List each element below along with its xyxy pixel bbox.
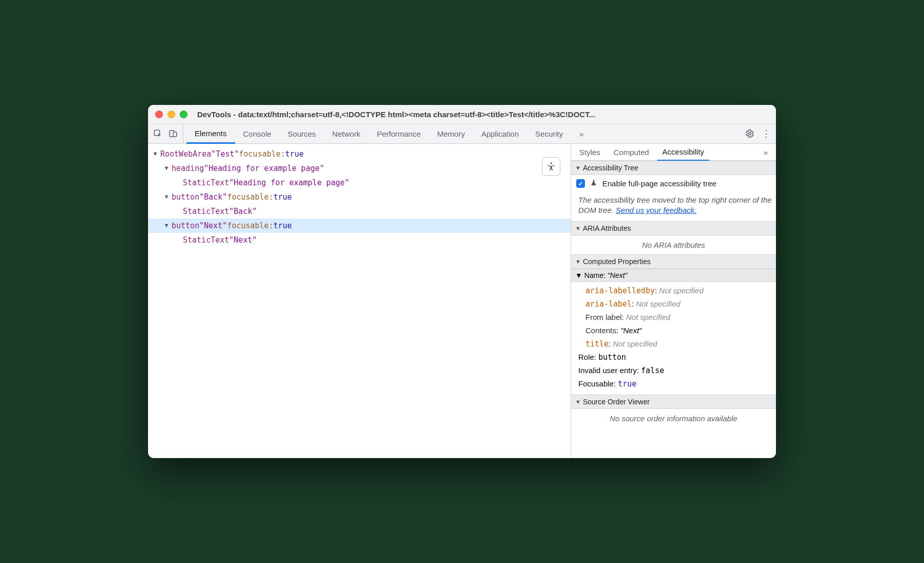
property-value: Not specified [626, 313, 670, 321]
tree-str: "Back" [229, 204, 257, 219]
disclosure-triangle-icon[interactable]: ▼ [152, 147, 158, 161]
computed-property-row: From label: Not specified [575, 311, 772, 324]
feedback-link[interactable]: Send us your feedback. [616, 206, 697, 214]
svg-point-4 [550, 163, 552, 164]
more-options-icon[interactable]: ⋮ [762, 129, 771, 138]
tree-role: heading [172, 161, 204, 176]
tree-row[interactable]: ▼button "Back" focusable: true [148, 190, 571, 204]
property-key: From label [585, 313, 622, 321]
minimize-window-button[interactable] [167, 111, 175, 118]
close-window-button[interactable] [155, 111, 163, 118]
property-key: Invalid user entry: [578, 366, 641, 375]
tree-role: StaticText [183, 233, 229, 247]
sidebar-tab-computed[interactable]: Computed [608, 144, 654, 160]
computed-property-row: Invalid user entry: false [575, 364, 772, 377]
tree-row[interactable]: ▼RootWebArea "Test" focusable: true [148, 147, 571, 161]
tree-str: "Test" [211, 147, 239, 161]
property-value: Not specified [636, 299, 681, 308]
tree-str: "Back" [199, 190, 227, 204]
property-value: button [598, 353, 626, 362]
property-key: Focusable: [578, 379, 618, 388]
devtools-window: DevTools - data:text/html;charset=utf-8,… [148, 105, 776, 458]
tree-row[interactable]: ▼heading "Heading for example page" [148, 161, 571, 176]
tab-sources[interactable]: Sources [280, 124, 324, 143]
tree-row[interactable]: ▼button "Next" focusable: true [148, 219, 571, 233]
window-title: DevTools - data:text/html;charset=utf-8,… [197, 110, 769, 119]
property-key: Role: [578, 353, 598, 361]
sidebar-tab-styles[interactable]: Styles [574, 144, 605, 160]
sidebar-tabs-overflow[interactable]: » [759, 144, 773, 160]
computed-property-row: Focusable: true [575, 377, 772, 391]
tree-val: true [274, 219, 292, 233]
panel-tabs: Elements Console Sources Network Perform… [186, 124, 592, 143]
tree-str: "Heading for example page" [229, 176, 349, 190]
tree-row[interactable]: StaticText "Back" [148, 204, 571, 219]
tree-str: "Next" [229, 233, 257, 247]
computed-property-row: Contents: "Next" [575, 324, 772, 337]
disclosure-triangle-icon[interactable]: ▼ [163, 190, 170, 204]
disclosure-triangle-icon[interactable]: ▼ [163, 219, 170, 233]
no-aria-message: No ARIA attributes [571, 235, 776, 254]
tab-security[interactable]: Security [527, 124, 571, 143]
tree-attr: focusable: [239, 147, 285, 161]
property-value: Not specified [613, 339, 658, 348]
sidebar-tab-accessibility[interactable]: Accessibility [657, 144, 709, 161]
computed-properties-list: aria-labelledby: Not specifiedaria-label… [571, 282, 776, 395]
svg-rect-2 [173, 132, 177, 137]
disclosure-triangle-icon: ▼ [575, 399, 581, 405]
computed-property-row: title: Not specified [575, 337, 772, 351]
property-key: aria-labelledby [585, 286, 655, 295]
zoom-window-button[interactable] [180, 111, 187, 118]
tree-role: button [172, 190, 199, 204]
tree-row[interactable]: StaticText "Heading for example page" [148, 176, 571, 190]
settings-gear-icon[interactable] [745, 129, 754, 138]
disclosure-triangle-icon: ▼ [575, 165, 581, 171]
computed-property-row: Role: button [575, 351, 772, 364]
tab-performance[interactable]: Performance [369, 124, 429, 143]
property-value: Not specified [659, 286, 704, 295]
tree-val: true [274, 190, 292, 204]
property-value: true [618, 379, 637, 388]
tree-row[interactable]: StaticText "Next" [148, 233, 571, 247]
tree-role: StaticText [183, 176, 229, 190]
tab-console[interactable]: Console [235, 124, 280, 143]
tree-role: button [172, 219, 199, 233]
tabs-overflow[interactable]: » [571, 124, 592, 143]
experiment-flask-icon [590, 179, 597, 188]
tab-application[interactable]: Application [473, 124, 527, 143]
section-computed-properties[interactable]: ▼ Computed Properties [571, 254, 776, 269]
tree-role: StaticText [183, 204, 229, 219]
property-key: aria-label [585, 299, 632, 309]
svg-point-3 [749, 133, 751, 135]
disclosure-triangle-icon[interactable]: ▼ [163, 161, 170, 176]
computed-property-row: aria-label: Not specified [575, 297, 772, 311]
disclosure-triangle-icon: ▼ [575, 225, 581, 231]
enable-full-page-tree-label: Enable full-page accessibility tree [602, 179, 717, 188]
tree-attr: focusable: [227, 219, 273, 233]
section-aria-attributes[interactable]: ▼ ARIA Attributes [571, 221, 776, 235]
device-toolbar-icon[interactable] [169, 129, 178, 138]
main-toolbar: Elements Console Sources Network Perform… [148, 124, 776, 144]
property-key: Contents [585, 326, 616, 335]
disclosure-triangle-icon: ▼ [575, 271, 582, 279]
no-source-order-message: No source order information available [571, 409, 776, 428]
sidebar-panel: Styles Computed Accessibility » ▼ Access… [571, 144, 776, 458]
tab-memory[interactable]: Memory [429, 124, 473, 143]
sidebar-tabs: Styles Computed Accessibility » [571, 144, 776, 161]
inspect-element-icon[interactable] [153, 129, 162, 138]
section-source-order[interactable]: ▼ Source Order Viewer [571, 395, 776, 409]
titlebar: DevTools - data:text/html;charset=utf-8,… [148, 105, 776, 124]
accessibility-tree-hint: The accessibility tree moved to the top … [571, 192, 776, 221]
enable-full-page-tree-checkbox[interactable]: ✓ [576, 179, 585, 188]
accessibility-tree-panel: ▼RootWebArea "Test" focusable: true▼head… [148, 144, 571, 458]
tree-attr: focusable: [227, 190, 273, 204]
disclosure-triangle-icon: ▼ [575, 258, 581, 265]
tab-elements[interactable]: Elements [186, 124, 235, 144]
tree-val: true [285, 147, 304, 161]
tab-network[interactable]: Network [324, 124, 369, 143]
accessibility-mode-button[interactable] [542, 157, 560, 176]
computed-name-row[interactable]: ▼ Name: "Next" [571, 269, 776, 282]
section-accessibility-tree[interactable]: ▼ Accessibility Tree [571, 161, 776, 175]
property-key: title [585, 339, 608, 349]
computed-name-value: "Next" [607, 271, 627, 279]
